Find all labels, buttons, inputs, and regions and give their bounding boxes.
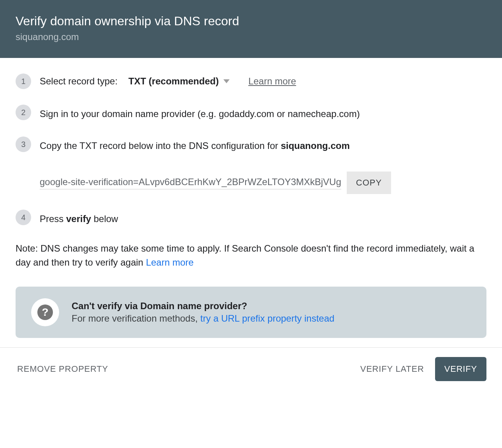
help-icon-container: ? xyxy=(31,298,59,326)
learn-more-link[interactable]: Learn more xyxy=(248,76,296,87)
verify-later-button[interactable]: VERIFY LATER xyxy=(359,361,426,377)
step-3-domain: siquanong.com xyxy=(281,140,349,151)
step-2-body: Sign in to your domain name provider (e.… xyxy=(40,105,486,121)
chevron-down-icon xyxy=(223,79,230,83)
step-1: 1 Select record type: TXT (recommended) … xyxy=(16,74,486,89)
record-type-label: Select record type: xyxy=(40,76,118,87)
step-2-text: Sign in to your domain name provider (e.… xyxy=(40,107,486,121)
footer-right: VERIFY LATER VERIFY xyxy=(359,357,486,381)
note-learn-more-link[interactable]: Learn more xyxy=(146,257,194,268)
step-4-body: Press verify below xyxy=(40,210,486,226)
step-number-badge: 1 xyxy=(16,74,31,89)
step-3-text: Copy the TXT record below into the DNS c… xyxy=(40,139,486,153)
step-3-text-prefix: Copy the TXT record below into the DNS c… xyxy=(40,140,281,151)
txt-record-row: google-site-verification=ALvpv6dBCErhKwY… xyxy=(40,172,486,194)
domain-subtitle: siquanong.com xyxy=(16,32,486,42)
copy-button[interactable]: COPY xyxy=(347,172,391,194)
info-text: For more verification methods, try a URL… xyxy=(72,313,471,324)
step-4-text: Press verify below xyxy=(40,212,486,226)
step-3-body: Copy the TXT record below into the DNS c… xyxy=(40,136,486,194)
dialog-footer: REMOVE PROPERTY VERIFY LATER VERIFY xyxy=(0,347,502,390)
verify-button[interactable]: VERIFY xyxy=(435,357,486,381)
dialog-header: Verify domain ownership via DNS record s… xyxy=(0,0,502,58)
note-text: Note: DNS changes may take some time to … xyxy=(16,243,474,268)
info-title: Can't verify via Domain name provider? xyxy=(72,301,471,312)
page-title: Verify domain ownership via DNS record xyxy=(16,14,486,28)
step-number-badge: 4 xyxy=(16,210,31,225)
step-number-badge: 3 xyxy=(16,136,31,152)
remove-property-button[interactable]: REMOVE PROPERTY xyxy=(16,361,110,377)
info-body: Can't verify via Domain name provider? F… xyxy=(72,301,471,324)
step-2: 2 Sign in to your domain name provider (… xyxy=(16,105,486,121)
step-1-row: Select record type: TXT (recommended) Le… xyxy=(40,76,486,87)
txt-record-value[interactable]: google-site-verification=ALvpv6dBCErhKwY… xyxy=(40,177,341,189)
step-4-bold: verify xyxy=(66,214,91,224)
alt-verification-panel: ? Can't verify via Domain name provider?… xyxy=(16,287,486,338)
step-4-prefix: Press xyxy=(40,214,66,224)
step-3: 3 Copy the TXT record below into the DNS… xyxy=(16,136,486,194)
dialog-content: 1 Select record type: TXT (recommended) … xyxy=(0,58,502,347)
step-4: 4 Press verify below xyxy=(16,210,486,226)
help-icon: ? xyxy=(37,304,53,320)
dns-note: Note: DNS changes may take some time to … xyxy=(16,242,486,270)
dropdown-value: TXT (recommended) xyxy=(128,76,219,87)
record-type-dropdown[interactable]: TXT (recommended) xyxy=(128,76,230,87)
step-4-suffix: below xyxy=(91,214,118,224)
step-number-badge: 2 xyxy=(16,105,31,120)
url-prefix-link[interactable]: try a URL prefix property instead xyxy=(200,313,335,324)
info-text-prefix: For more verification methods, xyxy=(72,313,200,324)
footer-left: REMOVE PROPERTY xyxy=(16,361,110,377)
step-1-body: Select record type: TXT (recommended) Le… xyxy=(40,74,486,87)
